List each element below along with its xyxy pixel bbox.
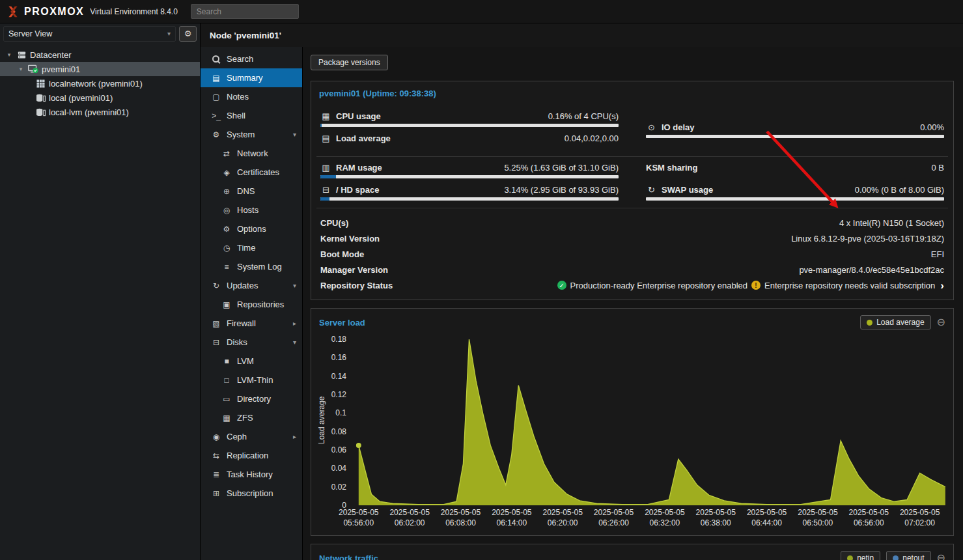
hdd-icon: ⊟ — [320, 185, 331, 195]
load-average-legend-button[interactable]: Load average — [860, 315, 930, 329]
nav-item-updates[interactable]: ↻Updates▾ — [201, 276, 302, 295]
tree-item-label: Datacenter — [30, 50, 72, 60]
info-label: CPU(s) — [320, 218, 457, 228]
tree-item-label: local (pvemini01) — [49, 93, 113, 103]
nav-item-system-log[interactable]: ≡System Log — [201, 257, 302, 276]
nav-item-lvm[interactable]: ■LVM — [201, 352, 302, 371]
gauge-value: 0.00% (0 B of 8.00 GiB) — [855, 185, 944, 195]
nav-item-directory[interactable]: ▭Directory — [201, 389, 302, 408]
search-icon — [211, 55, 221, 63]
tree-settings-button[interactable]: ⚙ — [179, 26, 197, 42]
nav-item-zfs[interactable]: ▦ZFS — [201, 408, 302, 427]
caret-down-icon: ▾ — [293, 131, 296, 138]
nav-item-system[interactable]: ⚙System▾ — [201, 125, 302, 144]
content-toolbar: Package versions — [311, 52, 954, 73]
y-tick: 0.16 — [331, 353, 346, 362]
x-tick: 2025-05-0506:20:00 — [542, 508, 582, 528]
chevron-right-icon[interactable]: › — [940, 280, 944, 291]
x-tick-date: 2025-05-05 — [900, 508, 940, 518]
x-tick: 2025-05-0506:50:00 — [798, 508, 837, 528]
system-icon: ⚙ — [211, 130, 221, 139]
global-search-input[interactable] — [191, 4, 299, 19]
gauge-value: 0.16% of 4 CPU(s) — [548, 111, 619, 121]
expand-caret-icon[interactable]: ▾ — [5, 51, 13, 58]
gauge-label: KSM sharing — [646, 163, 697, 173]
collapse-server-load-icon[interactable]: ⊖ — [937, 317, 945, 328]
x-tick-date: 2025-05-05 — [492, 508, 531, 518]
view-selector[interactable]: Server View ▾ — [3, 26, 176, 42]
nav-item-network[interactable]: ⇄Network — [201, 144, 302, 163]
expand-caret-icon[interactable]: ▾ — [17, 66, 25, 72]
x-tick-time: 06:20:00 — [542, 518, 582, 529]
netin-legend-button[interactable]: netin — [841, 551, 880, 560]
tree-item-local-lvm-pvemini01[interactable]: local-lvm (pvemini01) — [0, 105, 200, 119]
caret-down-icon: ▾ — [293, 282, 296, 289]
info-row-manager-version: Manager Versionpve-manager/8.4.0/ec58e45… — [320, 262, 944, 277]
nav-item-firewall[interactable]: ▧Firewall▸ — [201, 314, 302, 333]
repo-ok-text: Production-ready Enterprise repository e… — [570, 281, 747, 290]
info-row-repository-status: Repository Status✓Production-ready Enter… — [320, 277, 944, 293]
info-value: 4 x Intel(R) N150 (1 Socket) — [457, 218, 944, 228]
nav-item-lvm-thin[interactable]: □LVM-Thin — [201, 371, 302, 389]
nav-item-time[interactable]: ◷Time — [201, 238, 302, 257]
x-tick-time: 06:32:00 — [645, 518, 684, 529]
info-row-boot-mode: Boot ModeEFI — [320, 246, 944, 262]
x-tick-time: 07:02:00 — [900, 518, 940, 529]
zfs-icon: ▦ — [221, 413, 232, 423]
nav-item-label: Firewall — [227, 318, 256, 328]
info-value: Linux 6.8.12-9-pve (2025-03-16T19:18Z) — [457, 234, 944, 244]
notes-icon: ▢ — [211, 92, 221, 102]
nav-item-summary[interactable]: ▤Summary — [201, 68, 302, 87]
info-label: Repository Status — [320, 281, 457, 290]
nav-item-label: LVM-Thin — [237, 375, 273, 385]
nav-item-ceph[interactable]: ◉Ceph▸ — [201, 427, 302, 446]
info-value: pve-manager/8.4.0/ec58e45e1bcdf2ac — [457, 265, 944, 275]
nav-item-label: Directory — [237, 394, 271, 404]
nav-item-notes[interactable]: ▢Notes — [201, 87, 302, 106]
progress-bar — [320, 197, 619, 201]
y-tick: 0.04 — [331, 464, 346, 473]
x-tick-time: 06:44:00 — [747, 518, 787, 529]
nav-item-dns[interactable]: ⊕DNS — [201, 182, 302, 201]
nav-item-disks[interactable]: ⊟Disks▾ — [201, 333, 302, 352]
tree-item-local-pvemini01[interactable]: local (pvemini01) — [0, 91, 200, 105]
nav-item-replication[interactable]: ⇆Replication — [201, 446, 302, 465]
proxmox-logo: PROXMOX Virtual Environment 8.4.0 — [7, 5, 178, 18]
nav-item-repositories[interactable]: ▣Repositories — [201, 295, 302, 314]
nav-item-subscription[interactable]: ⊞Subscription — [201, 484, 302, 503]
io-delay-icon: ⊙ — [646, 122, 657, 132]
nav-item-certificates[interactable]: ◈Certificates — [201, 163, 302, 182]
nav-item-search[interactable]: Search — [201, 49, 302, 68]
nav-item-task-history[interactable]: ≣Task History — [201, 465, 302, 484]
brand-name: PROXMOX — [24, 6, 84, 18]
gauge-value: 5.25% (1.63 GiB of 31.10 GiB) — [504, 163, 619, 173]
datacenter-icon — [16, 51, 27, 59]
gear-icon: ⚙ — [184, 29, 192, 38]
nav-item-hosts[interactable]: ◎Hosts — [201, 201, 302, 219]
tree-item-localnetwork-pvemini01[interactable]: localnetwork (pvemini01) — [0, 76, 200, 91]
nav-item-shell[interactable]: >_Shell — [201, 106, 302, 125]
load-chart-x-labels: 2025-05-0505:56:002025-05-0506:02:002025… — [350, 508, 947, 529]
netin-legend-label: netin — [857, 553, 874, 560]
node-icon — [28, 64, 38, 74]
main-row: Server View ▾ ⚙ ▾Datacenter▾pvemini01loc… — [0, 23, 963, 560]
tree-item-pvemini01[interactable]: ▾pvemini01 — [0, 62, 200, 76]
view-selector-label: Server View — [8, 29, 52, 38]
replication-icon: ⇆ — [211, 451, 221, 460]
x-tick-date: 2025-05-05 — [645, 508, 684, 518]
time-icon: ◷ — [221, 244, 232, 253]
status-column-right: ⊙IO delay0.00% — [646, 108, 944, 152]
progress-fill — [320, 175, 336, 178]
progress-fill — [320, 124, 322, 127]
tree-item-datacenter[interactable]: ▾Datacenter — [0, 48, 200, 62]
status-column-right: KSM sharing0 B↻SWAP usage0.00% (0 B of 8… — [646, 160, 944, 204]
subscription-icon: ⊞ — [211, 489, 221, 498]
directory-icon: ▭ — [221, 395, 232, 404]
options-icon: ⚙ — [221, 225, 232, 234]
nav-item-options[interactable]: ⚙Options — [201, 219, 302, 238]
syslog-icon: ≡ — [221, 262, 232, 272]
nav-item-label: System — [227, 130, 255, 139]
package-versions-button[interactable]: Package versions — [311, 55, 388, 70]
collapse-network-traffic-icon[interactable]: ⊖ — [937, 553, 945, 560]
netout-legend-button[interactable]: netout — [886, 551, 930, 560]
